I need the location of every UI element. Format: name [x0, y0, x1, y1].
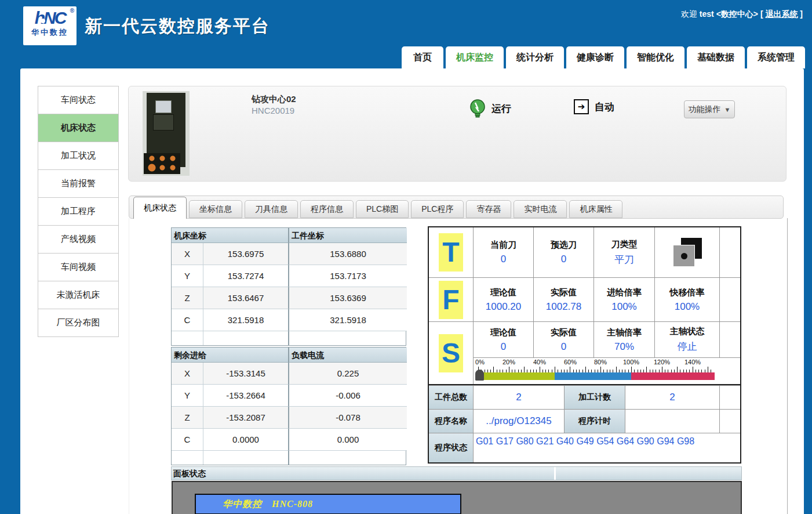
axis-label: Y	[172, 265, 203, 287]
machine-coord-value: 321.5918	[203, 309, 288, 331]
preselect-tool-label: 预选刀	[551, 240, 577, 251]
program-status-gcodes: G01 G17 G80 G21 G40 G49 G54 G64 G90 G94 …	[473, 433, 740, 462]
feed-theory-label: 理论值	[490, 287, 516, 298]
spindle-override-value: 70%	[614, 341, 634, 353]
work-coord-value: 153.6880	[288, 243, 407, 265]
rapid-override-cell: 快移倍率 100%	[654, 277, 719, 321]
axis-label: X	[172, 363, 203, 385]
hnc-logo-icon: hNC	[23, 9, 77, 27]
feed-F-icon: F	[439, 281, 463, 319]
chevron-down-icon: ▼	[724, 106, 731, 113]
remaining-feed-value: -153.3145	[203, 363, 288, 385]
arrow-glyph: ➔	[578, 102, 585, 112]
remaining-feed-value: -153.2664	[203, 385, 288, 407]
sidebar-item-machine-status[interactable]: 机床状态	[38, 114, 119, 142]
welcome-prefix: 欢迎	[681, 9, 697, 19]
sidebar-item-machining[interactable]: 加工状况	[38, 142, 119, 170]
coordinates-table: 机床坐标 工件坐标 X 153.6975 153.6880 Y 153.7274…	[171, 227, 406, 346]
auto-mode-icon: ➔	[574, 99, 589, 114]
sidebar-item-factory-map[interactable]: 厂区分布图	[38, 309, 119, 337]
tab-registers[interactable]: 寄存器	[466, 200, 511, 218]
sidebar-item-inactive-machines[interactable]: 未激活机床	[38, 281, 119, 309]
part-total-value: 2	[473, 385, 564, 409]
tab-tool-info[interactable]: 刀具信息	[245, 200, 298, 218]
logo-company-name: 华中数控	[23, 27, 77, 38]
f-icon-cell: F	[429, 277, 473, 321]
program-info-table: 工件总数 2 加工计数 2 程序名称 ../prog/O12345 程序计时 程…	[428, 385, 741, 464]
nav-tab-home[interactable]: 首页	[402, 46, 443, 68]
override-ruler: 0% 20% 40% 60% 80% 100% 120% 140%	[473, 357, 740, 384]
tab-machine-attrs[interactable]: 机床属性	[569, 200, 622, 218]
username: test	[700, 9, 714, 19]
spindle-theory-label: 理论值	[490, 327, 516, 338]
program-status-label: 程序状态	[429, 433, 473, 462]
current-tool-cell: 当前刀 0	[473, 227, 533, 277]
machine-info-card: 钻攻中心02 HNC20019 运行 ➔ 自动 功能操作 ▼	[128, 86, 786, 182]
nav-tab-health[interactable]: 健康诊断	[566, 46, 624, 68]
spindle-theory-cell: 理论值 0	[473, 321, 533, 357]
machine-name: 钻攻中心02	[252, 94, 296, 105]
logo-letters: hNC	[35, 8, 65, 27]
remaining-feed-value: 0.0000	[203, 429, 288, 451]
nav-tab-statistics[interactable]: 统计分析	[506, 46, 564, 68]
logout-link[interactable]: 退出系统	[765, 9, 798, 19]
axis-label: Y	[172, 385, 203, 407]
mode-status: ➔ 自动	[574, 99, 614, 114]
axis-label: C	[172, 309, 203, 331]
s-icon-cell: S	[429, 321, 473, 384]
sidebar-item-line-video[interactable]: 产线视频	[38, 225, 119, 254]
tab-realtime-current[interactable]: 实时电流	[514, 200, 567, 218]
feed-actual-label: 实际值	[551, 287, 577, 298]
current-tool-label: 当前刀	[490, 240, 516, 251]
load-current-value: 0.225	[288, 363, 407, 385]
tfs-status-table: T 当前刀 0 预选刀 0 刀类型 平刀 F 理论值 1000.20	[428, 226, 741, 385]
machine-coord-value: 153.6975	[203, 243, 288, 265]
run-status-label: 运行	[491, 102, 511, 115]
tab-plc-ladder[interactable]: PLC梯图	[356, 200, 409, 218]
empty-cell	[172, 451, 203, 465]
feed-theory-cell: 理论值 1000.20	[473, 277, 533, 321]
work-coord-value: 153.6369	[288, 287, 407, 309]
part-total-label: 工件总数	[429, 385, 473, 409]
function-operate-label: 功能操作	[689, 104, 721, 115]
nav-tab-machine-monitor[interactable]: 机床监控	[446, 46, 504, 68]
ruler-labels: 0% 20% 40% 60% 80% 100% 120% 140%	[474, 359, 740, 367]
detail-tabbar: 机床状态 坐标信息 刀具信息 程序信息 PLC梯图 PLC程序 寄存器 实时电流…	[129, 196, 784, 219]
main-nav: 首页 机床监控 统计分析 健康诊断 智能优化 基础数据 系统管理	[402, 46, 805, 68]
spacer-cell	[719, 409, 740, 433]
sidebar-item-programs[interactable]: 加工程序	[38, 197, 119, 226]
sidebar-item-workshop-status[interactable]: 车间状态	[38, 86, 119, 114]
tab-machine-status[interactable]: 机床状态	[133, 197, 187, 219]
empty-cell	[288, 331, 407, 345]
machine-keypad	[153, 114, 174, 131]
panel-status-header: 面板状态	[171, 466, 742, 480]
function-operate-button[interactable]: 功能操作 ▼	[684, 100, 735, 118]
sidebar: 车间状态 机床状态 加工状况 当前报警 加工程序 产线视频 车间视频 未激活机床…	[38, 86, 119, 337]
nav-tab-system[interactable]: 系统管理	[747, 46, 805, 68]
nav-tab-base-data[interactable]: 基础数据	[687, 46, 745, 68]
feed-override-cell: 进给倍率 100%	[593, 277, 654, 321]
feed-actual-cell: 实际值 1002.78	[533, 277, 593, 321]
t-icon-cell: T	[429, 227, 473, 277]
tab-program-info[interactable]: 程序信息	[300, 200, 354, 218]
sidebar-item-workshop-video[interactable]: 车间视频	[38, 253, 119, 281]
registered-mark: ®	[70, 8, 74, 14]
tool-shape-cell	[654, 227, 719, 277]
mode-label: 自动	[595, 100, 614, 114]
nav-tab-optimization[interactable]: 智能优化	[627, 46, 684, 68]
work-coord-value: 321.5918	[288, 309, 407, 331]
load-current-value: 0.000	[288, 429, 407, 451]
spindle-override-cell: 主轴倍率 70%	[593, 321, 654, 357]
ruler-ticks	[478, 367, 712, 372]
bracket-open: [	[760, 9, 763, 19]
tab-coordinate-info[interactable]: 坐标信息	[189, 200, 242, 218]
page-title: 新一代云数控服务平台	[85, 15, 270, 38]
tab-plc-program[interactable]: PLC程序	[411, 200, 464, 218]
program-name-label: 程序名称	[429, 409, 473, 433]
spacer-cell	[719, 321, 740, 357]
sidebar-item-alarms[interactable]: 当前报警	[38, 169, 119, 198]
spindle-actual-value: 0	[561, 341, 566, 353]
spindle-state-label: 主轴状态	[670, 326, 705, 337]
feed-current-table: 剩余进给 负载电流 X -153.3145 0.225 Y -153.2664 …	[171, 347, 406, 465]
spindle-state-cell: 主轴状态 停止	[654, 321, 719, 357]
